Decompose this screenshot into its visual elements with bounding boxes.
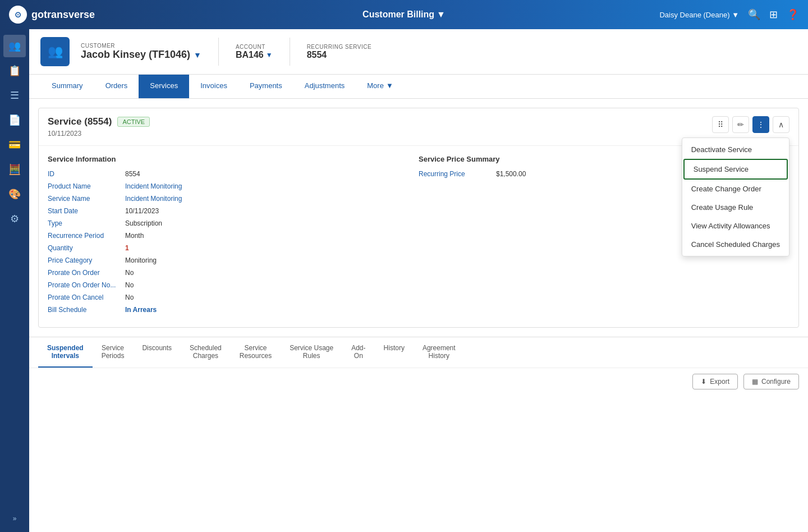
dropdown-item-view-allowances[interactable]: View Activity Allowances (682, 217, 789, 235)
type-value: Subscription (125, 219, 162, 227)
info-row-product-name: Product Name Incident Monitoring (48, 182, 419, 190)
bottom-tab-add-on[interactable]: Add-On (342, 337, 374, 368)
bottom-tab-agreement-history[interactable]: AgreementHistory (414, 337, 465, 368)
customer-dropdown-arrow[interactable]: ▼ (194, 51, 201, 59)
product-name-value[interactable]: Incident Monitoring (125, 182, 182, 190)
account-label: ACCOUNT (236, 44, 273, 50)
sidebar-item-payments[interactable]: 💳 (3, 134, 26, 156)
user-arrow: ▼ (732, 11, 739, 19)
recurring-price-value: $1,500.00 (496, 170, 526, 178)
sidebar-item-calculator[interactable]: 🧮 (3, 158, 26, 181)
dropdown-item-deactivate[interactable]: Deactivate Service (682, 140, 789, 159)
more-actions-button[interactable]: ⋮ (752, 116, 769, 133)
info-row-type: Type Subscription (48, 219, 419, 227)
bottom-tabs-area: SuspendedIntervals ServicePeriods Discou… (29, 337, 808, 395)
tab-summary[interactable]: Summary (40, 75, 94, 98)
hierarchy-button[interactable]: ⠿ (712, 116, 729, 133)
bottom-tab-service-usage-rules[interactable]: Service UsageRules (281, 337, 342, 368)
bottom-tab-suspended-intervals[interactable]: SuspendedIntervals (38, 337, 93, 368)
dropdown-item-cancel-charges[interactable]: Cancel Scheduled Charges (682, 235, 789, 254)
ellipsis-icon: ⋮ (757, 120, 765, 129)
quantity-label: Quantity (48, 244, 121, 252)
status-badge: ACTIVE (117, 117, 150, 127)
bottom-action-bar: ⬇ Export ▦ Configure (29, 368, 808, 395)
search-icon[interactable]: 🔍 (748, 8, 760, 21)
tab-more[interactable]: More ▼ (356, 75, 405, 98)
divider-2 (290, 38, 290, 66)
sidebar-item-list[interactable]: ☰ (3, 84, 26, 107)
sidebar-item-documents[interactable]: 📋 (3, 59, 26, 82)
info-row-prorate-on-order: Prorate On Order No (48, 269, 419, 277)
top-navigation: ⊙ gotransverse Customer Billing ▼ Daisy … (0, 0, 808, 29)
customer-info: CUSTOMER Jacob Kinsey (TF1046) ▼ (81, 43, 201, 61)
service-date: 10/11/2023 (48, 130, 150, 137)
price-category-label: Price Category (48, 256, 121, 264)
tab-services[interactable]: Services (139, 75, 189, 98)
info-row-prorate-on-cancel: Prorate On Cancel No (48, 293, 419, 301)
sidebar-item-customers[interactable]: 👥 (3, 35, 26, 57)
bottom-tab-scheduled-charges[interactable]: ScheduledCharges (181, 337, 231, 368)
info-row-service-name: Service Name Incident Monitoring (48, 195, 419, 203)
customer-avatar-icon: 👥 (40, 37, 70, 66)
export-label: Export (710, 378, 729, 386)
bottom-tab-history[interactable]: History (375, 337, 414, 368)
sidebar-item-settings[interactable]: ⚙ (3, 208, 26, 230)
account-dropdown-arrow[interactable]: ▼ (266, 51, 273, 59)
recurrence-period-label: Recurrence Period (48, 232, 121, 240)
app-name: gotransverse (31, 9, 95, 21)
export-button[interactable]: ⬇ Export (692, 374, 738, 389)
service-number-info: RECURRING SERVICE 8554 (307, 44, 372, 60)
help-icon[interactable]: ❓ (787, 8, 799, 21)
logo-icon: ⊙ (9, 6, 27, 24)
bottom-tab-service-periods[interactable]: ServicePeriods (93, 337, 134, 368)
sidebar-expand-button[interactable]: » (3, 511, 26, 526)
bottom-tab-discounts[interactable]: Discounts (133, 337, 181, 368)
hierarchy-icon: ⠿ (718, 120, 723, 129)
id-label: ID (48, 170, 121, 178)
info-row-prorate-on-order-no: Prorate On Order No... No (48, 281, 419, 289)
main-tabs: Summary Orders Services Invoices Payment… (29, 75, 808, 99)
service-name-value[interactable]: Incident Monitoring (125, 195, 182, 203)
dropdown-item-create-usage-rule[interactable]: Create Usage Rule (682, 198, 789, 217)
collapse-button[interactable]: ∧ (773, 116, 789, 133)
info-row-recurrence-period: Recurrence Period Month (48, 232, 419, 240)
id-value: 8554 (125, 170, 140, 178)
service-title-row: Service (8554) ACTIVE (48, 116, 150, 127)
export-icon: ⬇ (701, 378, 706, 386)
customer-header: 👥 CUSTOMER Jacob Kinsey (TF1046) ▼ ACCOU… (29, 29, 808, 75)
prorate-on-order-value: No (125, 269, 134, 277)
customer-billing-arrow: ▼ (437, 10, 446, 20)
sidebar-item-palette[interactable]: 🎨 (3, 183, 26, 205)
product-name-label: Product Name (48, 182, 121, 190)
user-menu[interactable]: Daisy Deane (Deane) ▼ (659, 11, 739, 19)
account-info: ACCOUNT BA146 ▼ (236, 44, 273, 60)
configure-button[interactable]: ▦ Configure (743, 374, 799, 389)
dropdown-item-suspend[interactable]: Suspend Service (683, 159, 788, 180)
customer-billing-menu[interactable]: Customer Billing ▼ (362, 10, 446, 20)
tab-payments[interactable]: Payments (238, 75, 293, 98)
bottom-tab-service-resources[interactable]: ServiceResources (231, 337, 281, 368)
sidebar-item-page[interactable]: 📄 (3, 109, 26, 131)
app-logo[interactable]: ⊙ gotransverse (9, 6, 95, 24)
bill-schedule-label: Bill Schedule (48, 306, 121, 314)
service-title-text: Service (8554) (48, 116, 112, 127)
edit-button[interactable]: ✏ (732, 116, 749, 133)
type-label: Type (48, 219, 121, 227)
tab-adjustments[interactable]: Adjustments (293, 75, 356, 98)
tab-orders[interactable]: Orders (94, 75, 139, 98)
account-name-area[interactable]: BA146 ▼ (236, 50, 273, 60)
info-row-start-date: Start Date 10/11/2023 (48, 207, 419, 215)
service-info-section-title: Service Information (48, 155, 419, 163)
customer-label: CUSTOMER (81, 43, 201, 49)
service-panel: Service (8554) ACTIVE 10/11/2023 ⠿ ✏ (38, 108, 799, 328)
service-number-text: 8554 (307, 50, 372, 60)
prorate-on-order-label: Prorate On Order (48, 269, 121, 277)
dropdown-item-create-change-order[interactable]: Create Change Order (682, 180, 789, 198)
tab-invoices[interactable]: Invoices (189, 75, 238, 98)
main-layout: 👥 📋 ☰ 📄 💳 🧮 🎨 ⚙ » 👥 CUSTOMER Jacob Kinse… (0, 29, 808, 532)
top-nav-right: Daisy Deane (Deane) ▼ 🔍 ⊞ ❓ (659, 8, 799, 21)
grid-icon[interactable]: ⊞ (769, 8, 778, 21)
info-row-bill-schedule: Bill Schedule In Arrears (48, 306, 419, 314)
divider-1 (218, 38, 219, 66)
service-content: Service (8554) ACTIVE 10/11/2023 ⠿ ✏ (29, 99, 808, 532)
